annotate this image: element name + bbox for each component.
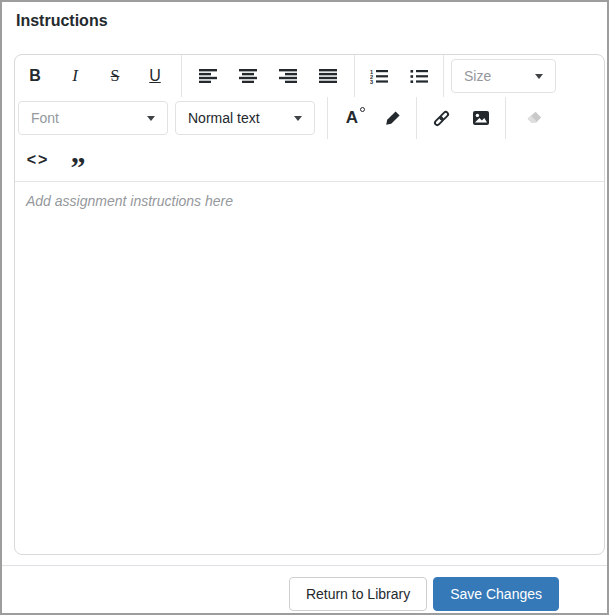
highlight-button[interactable] (372, 97, 412, 139)
eraser-icon (525, 109, 543, 127)
align-left-icon (199, 69, 217, 83)
footer-actions: Return to Library Save Changes (2, 577, 559, 611)
instructions-panel: Instructions B I S U (0, 0, 609, 615)
save-changes-button[interactable]: Save Changes (433, 577, 559, 611)
font-dropdown[interactable]: Font (18, 101, 168, 135)
chevron-down-icon (535, 74, 543, 79)
text-style-group: B I S U (15, 55, 182, 97)
align-center-button[interactable] (228, 55, 268, 97)
italic-button[interactable]: I (55, 55, 95, 97)
list-group: 1 2 3 (355, 55, 444, 97)
underline-button[interactable]: U (135, 55, 175, 97)
paragraph-style-dropdown[interactable]: Normal text (175, 101, 315, 135)
image-icon (472, 109, 490, 127)
paragraph-style-value: Normal text (188, 110, 260, 126)
highlighter-icon (384, 110, 401, 127)
insert-group (417, 97, 506, 139)
font-dropdown-placeholder: Font (31, 110, 59, 126)
strikethrough-button[interactable]: S (95, 55, 135, 97)
toolbar-row-3: <> ” (15, 139, 604, 181)
rich-text-editor: B I S U (14, 54, 605, 555)
editor-content-area[interactable]: Add assignment instructions here (15, 182, 604, 555)
unordered-list-icon (410, 69, 428, 84)
align-center-icon (239, 69, 257, 83)
link-icon (432, 109, 451, 128)
align-right-icon (279, 69, 297, 83)
align-left-button[interactable] (188, 55, 228, 97)
alignment-group (182, 55, 355, 97)
size-dropdown[interactable]: Size (451, 59, 556, 93)
align-justify-icon (319, 69, 337, 83)
clear-formatting-button[interactable] (514, 97, 554, 139)
svg-text:3: 3 (370, 79, 373, 84)
color-group: A (327, 97, 417, 139)
ordered-list-icon: 1 2 3 (370, 69, 388, 84)
align-justify-button[interactable] (308, 55, 348, 97)
link-button[interactable] (421, 97, 461, 139)
align-right-button[interactable] (268, 55, 308, 97)
blockquote-button[interactable]: ” (58, 139, 98, 181)
chevron-down-icon (294, 116, 302, 121)
text-color-button[interactable]: A (332, 97, 372, 139)
code-button[interactable]: <> (18, 139, 58, 181)
editor-toolbar: B I S U (15, 55, 604, 182)
chevron-down-icon (147, 116, 155, 121)
footer-divider (2, 565, 607, 566)
toolbar-row-2: Font Normal text A (15, 97, 604, 139)
image-button[interactable] (461, 97, 501, 139)
size-dropdown-placeholder: Size (464, 68, 491, 84)
text-color-icon: A (346, 108, 358, 128)
page-title: Instructions (16, 12, 108, 30)
bold-button[interactable]: B (15, 55, 55, 97)
unordered-list-button[interactable] (399, 55, 439, 97)
ordered-list-button[interactable]: 1 2 3 (359, 55, 399, 97)
editor-placeholder: Add assignment instructions here (26, 193, 233, 209)
return-to-library-button[interactable]: Return to Library (289, 577, 427, 611)
toolbar-row-1: B I S U (15, 55, 604, 97)
